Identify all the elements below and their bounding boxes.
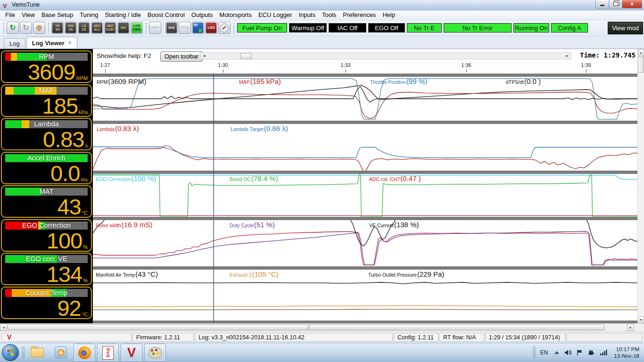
network-signal-icon[interactable] — [600, 349, 608, 356]
power-plug-icon[interactable] — [588, 349, 595, 356]
status-ego-off[interactable]: EGO Off — [368, 23, 405, 33]
ve-3d-button[interactable]: VE3D — [51, 22, 64, 34]
vemstune-taskbar-button[interactable]: V — [121, 344, 142, 362]
action-center-flag-icon[interactable] — [577, 349, 583, 356]
tab-close-icon[interactable]: × — [68, 40, 72, 46]
menu-item-help[interactable]: Help — [379, 11, 398, 19]
minimize-button[interactable] — [595, 0, 609, 8]
volume-icon[interactable] — [564, 349, 572, 356]
na-button[interactable]: N/A — [165, 22, 178, 34]
language-indicator[interactable]: EN — [540, 349, 548, 356]
gauge-rpm[interactable]: RPM3609RPM — [1, 50, 92, 83]
sync-disabled-button[interactable]: ↻ — [20, 22, 32, 34]
help-text: Show/hide help: F2 — [97, 52, 151, 59]
toolbar: ↻↻VE3DIGN2DLA2DADCALLADCCUSTIACLOGVIEWGP… — [0, 20, 644, 36]
status-fuel-pump-on[interactable]: Fuel Pump On — [237, 23, 287, 33]
vscroll-thumb[interactable] — [638, 57, 644, 73]
sync-button[interactable]: ↻ — [7, 22, 19, 34]
gauge-value: 134 — [47, 265, 82, 284]
vemstune-window: VemsTune × FileViewBase SetupTuningStart… — [0, 0, 644, 362]
splitter-grip[interactable] — [307, 325, 310, 330]
gauge-lambda[interactable]: Lambda0.83λ — [1, 118, 92, 150]
close-icon: × — [630, 0, 634, 8]
menu-item-view[interactable]: View — [18, 11, 38, 19]
la-2d-button[interactable]: LA2D — [78, 22, 90, 34]
gauge-unit: kPa — [79, 109, 88, 115]
hscroll-left-icon[interactable]: ◄ — [0, 324, 7, 331]
restore-button[interactable] — [609, 0, 622, 8]
statusbar-filler — [566, 333, 643, 342]
menu-item-file[interactable]: File — [2, 11, 18, 19]
gauge-ego-corr-ve[interactable]: EGO corr. VE134% — [1, 253, 92, 285]
menu-item-starting-idle[interactable]: Starting / Idle — [101, 11, 144, 19]
show-hidden-icons-icon[interactable] — [554, 350, 560, 355]
in-r-button[interactable]: INR — [192, 22, 204, 34]
menu-item-ecu-logger[interactable]: ECU Logger — [255, 11, 296, 19]
status-warmup-off[interactable]: Warmup Off — [289, 23, 327, 33]
gauge-coolant-temp[interactable]: Coolant Temp92°C — [1, 287, 92, 319]
tab-log[interactable]: Log — [4, 38, 25, 49]
adc-cust-button[interactable]: ADCCUST — [104, 22, 116, 34]
log-view-button[interactable]: LOGVIEW — [131, 22, 143, 34]
status-running-on[interactable]: Running On — [513, 23, 549, 33]
burn-button[interactable] — [33, 22, 45, 34]
horizontal-scrollbar[interactable]: ◄ ► — [0, 323, 644, 331]
explorer-taskbar-button[interactable] — [26, 344, 48, 362]
status-config-a[interactable]: Config A — [551, 23, 588, 33]
row-separator — [93, 74, 637, 77]
restore-icon — [613, 2, 618, 6]
toolbar-grip — [232, 22, 235, 33]
gauge-mat[interactable]: MAT43°C — [1, 185, 92, 218]
log-view-button-icon: LOGVIEW — [132, 23, 142, 33]
time-tick-label: 1:33 — [340, 62, 350, 68]
start-button[interactable] — [2, 344, 19, 361]
scroll-thumb[interactable] — [240, 53, 252, 59]
scroll-right-icon[interactable]: ► — [564, 53, 570, 59]
status-no-tr-e[interactable]: No Tr E — [407, 23, 442, 33]
vertical-scrollbar[interactable]: ▲ ▼ — [637, 49, 644, 323]
firefox-taskbar-button[interactable] — [74, 344, 95, 362]
gauge-accel-enrich[interactable]: Accel Enrich0.0ms — [1, 152, 92, 184]
gps-button-icon: GPS — [150, 23, 160, 33]
menu-item-base-setup[interactable]: Base Setup — [38, 11, 76, 19]
view-mode-button[interactable]: View mod — [608, 22, 643, 34]
menu-item-boost-control[interactable]: Boost Control — [144, 11, 188, 19]
scroll-left-icon[interactable]: ◄ — [201, 53, 207, 59]
clock[interactable]: 10:17 PM 13-Nov-18 — [614, 346, 639, 359]
hscroll-thumb[interactable] — [8, 324, 604, 330]
status-iac-off[interactable]: IAC Off — [329, 23, 366, 33]
gauge-unit: RPM — [76, 75, 88, 82]
menu-item-outputs[interactable]: Outputs — [188, 11, 216, 19]
gps-button[interactable]: GPS — [149, 22, 161, 34]
ok-button[interactable]: ✔ — [218, 22, 231, 34]
time-tick-label: 1:27 — [100, 62, 110, 68]
log-button[interactable]: LOG — [205, 22, 217, 34]
idaq-taskbar-button[interactable]: DAQ — [97, 344, 119, 362]
ign-2d-button[interactable]: IGN2D — [65, 22, 77, 34]
close-button[interactable]: × — [622, 0, 642, 8]
scroll-down-icon[interactable]: ▼ — [638, 316, 644, 323]
tab-log-viewer[interactable]: Log Viewer× — [26, 37, 77, 49]
menu-item-tools[interactable]: Tools — [319, 11, 339, 19]
ecu-button[interactable]: ECU — [179, 22, 191, 34]
iac-button[interactable]: IAC — [117, 22, 130, 34]
chart-scrollbar[interactable]: ◄ ► — [200, 52, 571, 59]
menu-item-tuning[interactable]: Tuning — [76, 11, 101, 19]
menu-item-inputs[interactable]: Inputs — [296, 11, 319, 19]
log-chart-area[interactable]: Show/hide help: F2 Open toolbar ◄ ► Time… — [93, 49, 637, 323]
media-player-taskbar-button[interactable] — [50, 344, 72, 362]
paint-taskbar-button[interactable] — [144, 344, 166, 362]
gauge-ego-correction[interactable]: EGO Correction100% — [1, 219, 92, 252]
log-plot[interactable] — [93, 74, 637, 323]
status-no-tr-error[interactable]: No Tr Error — [444, 23, 512, 33]
taskbar: DAQ V EN 10:17 PM 13-Nov-18 — [0, 343, 644, 362]
adc-all-button[interactable]: ADCALL — [91, 22, 103, 34]
gauge-map[interactable]: MAP185kPa — [1, 84, 92, 117]
open-toolbar-button[interactable]: Open toolbar — [160, 51, 203, 62]
menu-item-preferences[interactable]: Preferences — [339, 11, 379, 19]
hscroll-right-icon[interactable]: ► — [627, 324, 634, 331]
cursor-time-display: Time: 1:29.745 — [580, 51, 636, 59]
statusbar-firmware: Firmware: 1.2.11 — [132, 333, 194, 342]
menu-item-motorsports[interactable]: Motorsports — [216, 11, 255, 19]
scroll-up-icon[interactable]: ▲ — [638, 49, 644, 56]
